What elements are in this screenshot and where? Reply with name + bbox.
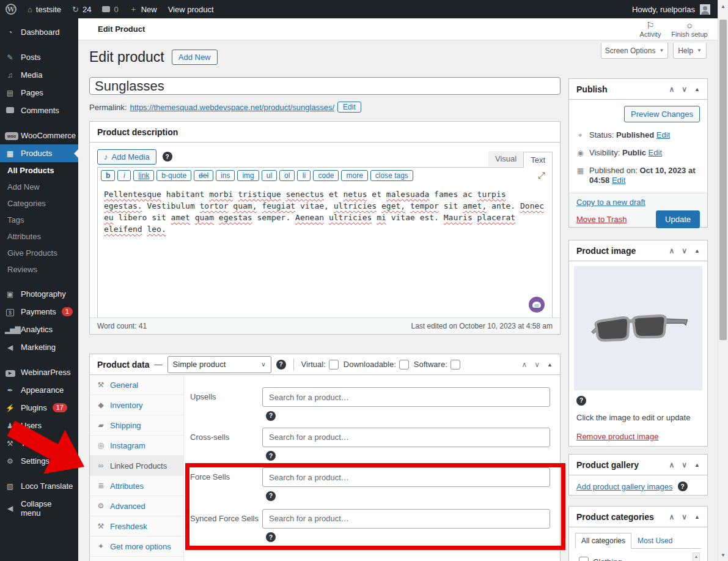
sidebar-item-posts[interactable]: ✎Posts	[0, 48, 78, 66]
move-down-icon[interactable]: ∨	[534, 360, 540, 369]
sidebar-item-payments[interactable]: $Payments1	[0, 303, 78, 321]
toggle-panel-icon[interactable]: ▲	[694, 86, 700, 92]
sidebar-item-webinarpress[interactable]: ▶WebinarPress	[0, 363, 78, 381]
most-used-tab[interactable]: Most Used	[631, 533, 678, 548]
finish-setup-button[interactable]: ○Finish setup	[670, 21, 709, 38]
submenu-categories[interactable]: Categories	[0, 195, 78, 212]
sidebar-item-plugins[interactable]: ⚡Plugins17	[0, 399, 78, 417]
sidebar-item-pages[interactable]: ▤Pages	[0, 84, 78, 102]
fullscreen-icon[interactable]: ⤢	[538, 170, 549, 181]
account-menu[interactable]: Howdy, ruelporlas	[632, 4, 718, 15]
view-product-link[interactable]: View product	[163, 0, 219, 18]
move-up-icon[interactable]: ∧	[669, 247, 674, 255]
sidebar-item-appearance[interactable]: ✒Appearance	[0, 381, 78, 399]
help-icon[interactable]: ?	[678, 481, 688, 491]
virtual-checkbox[interactable]	[329, 360, 339, 370]
software-checkbox[interactable]	[450, 360, 460, 370]
quicktag-italic-button[interactable]: i	[117, 170, 131, 181]
page-scrollbar[interactable]: ▲ ▼	[718, 0, 728, 561]
site-name-link[interactable]: ⌂testsite	[22, 0, 67, 18]
toggle-panel-icon[interactable]: ▲	[547, 362, 553, 368]
quicktag-ul-button[interactable]: ul	[262, 170, 277, 181]
move-up-icon[interactable]: ∧	[669, 461, 674, 469]
permalink-url-link[interactable]: https://themesquad.webdevspace.net/produ…	[130, 103, 334, 112]
synced-force-sells-search-input[interactable]	[262, 509, 550, 529]
add-new-button[interactable]: Add New	[172, 50, 218, 65]
quicktag-img-button[interactable]: img	[237, 170, 259, 181]
all-categories-tab[interactable]: All categories	[575, 533, 631, 549]
new-menu[interactable]: ＋New	[124, 0, 163, 18]
move-up-icon[interactable]: ∧	[521, 360, 527, 369]
remove-product-image-link[interactable]: Remove product image	[576, 432, 658, 441]
tab-get-more-options[interactable]: ✦Get more options	[90, 537, 183, 557]
clothing-checkbox[interactable]	[579, 557, 589, 561]
sidebar-item-analytics[interactable]: ▂▅▇Analytics	[0, 321, 78, 338]
submenu-all-products[interactable]: All Products	[0, 162, 78, 179]
sidebar-item-marketing[interactable]: ◀Marketing	[0, 338, 78, 356]
add-gallery-images-link[interactable]: Add product gallery images	[576, 482, 673, 491]
tab-advanced[interactable]: ⚙Advanced	[90, 496, 183, 516]
edit-status-link[interactable]: Edit	[656, 130, 670, 139]
quicktag-ol-button[interactable]: ol	[279, 170, 295, 181]
add-media-button[interactable]: ♪Add Media	[97, 149, 156, 165]
sidebar-item-dashboard[interactable]: ◔Dashboard	[0, 23, 78, 41]
permalink-edit-button[interactable]: Edit	[337, 102, 361, 113]
sidebar-item-tools[interactable]: ⚒Tools	[0, 434, 78, 452]
toggle-panel-icon[interactable]: ▲	[694, 514, 700, 520]
sidebar-item-photography[interactable]: ▣Photography	[0, 285, 78, 303]
toggle-panel-icon[interactable]: ▲	[694, 248, 700, 254]
sidebar-item-products[interactable]: ▦Products	[0, 144, 78, 162]
collapse-menu-button[interactable]: ◀Collapse menu	[0, 495, 78, 522]
help-icon[interactable]: ?	[266, 451, 276, 461]
tab-attributes[interactable]: ≣Attributes	[90, 476, 183, 496]
editor-content[interactable]: Pellentesque habitant morbi tristique se…	[98, 184, 552, 319]
quicktag-more-button[interactable]: more	[341, 170, 367, 181]
upsells-search-input[interactable]	[262, 387, 550, 407]
tab-freshdesk[interactable]: ⚒Freshdesk	[90, 516, 183, 537]
move-down-icon[interactable]: ∨	[682, 85, 687, 94]
quicktag-link-button[interactable]: link	[133, 170, 154, 181]
quicktag-li-button[interactable]: li	[297, 170, 311, 181]
quicktag-blockquote-button[interactable]: b-quote	[156, 170, 191, 181]
submenu-reviews[interactable]: Reviews	[0, 261, 78, 278]
help-icon[interactable]: ?	[576, 396, 586, 406]
copy-to-draft-link[interactable]: Copy to a new draft	[576, 198, 645, 207]
tab-inventory[interactable]: ◆Inventory	[90, 395, 183, 415]
submenu-attributes[interactable]: Attributes	[0, 228, 78, 245]
toggle-panel-icon[interactable]: ▲	[694, 462, 700, 468]
tab-shipping[interactable]: ▰Shipping	[90, 415, 183, 436]
product-type-select[interactable]: Simple product ∨	[167, 356, 271, 373]
preview-changes-button[interactable]: Preview Changes	[624, 106, 700, 122]
edit-visibility-link[interactable]: Edit	[649, 148, 662, 157]
tab-linked-products[interactable]: ∞Linked Products	[90, 456, 183, 476]
list-scroll-up-icon[interactable]: ▲	[693, 552, 700, 561]
move-up-icon[interactable]: ∧	[669, 85, 674, 94]
help-tab[interactable]: Help▼	[673, 43, 707, 59]
screen-options-tab[interactable]: Screen Options▼	[601, 43, 668, 59]
sidebar-item-loco-translate[interactable]: ▧Loco Translate	[0, 477, 78, 495]
help-icon[interactable]: ?	[266, 532, 276, 542]
help-icon[interactable]: ?	[266, 491, 276, 501]
tab-general[interactable]: ⚒General	[90, 375, 183, 395]
product-title-input[interactable]	[89, 77, 561, 95]
move-down-icon[interactable]: ∨	[682, 461, 687, 469]
scroll-down-icon[interactable]: ▼	[718, 550, 728, 560]
edit-published-link[interactable]: Edit	[612, 176, 625, 185]
quicktag-del-button[interactable]: del	[194, 170, 213, 181]
visual-tab[interactable]: Visual	[488, 151, 523, 166]
quicktag-bold-button[interactable]: b	[101, 170, 115, 181]
sidebar-item-settings[interactable]: ⚙Settings	[0, 452, 78, 470]
submenu-give-products[interactable]: Give Products	[0, 245, 78, 261]
downloadable-checkbox[interactable]	[399, 360, 409, 370]
submenu-tags[interactable]: Tags	[0, 212, 78, 228]
quicktag-code-button[interactable]: code	[313, 170, 339, 181]
move-down-icon[interactable]: ∨	[682, 247, 687, 255]
activity-button[interactable]: ⚐Activity	[631, 21, 670, 38]
cross-sells-search-input[interactable]	[262, 428, 550, 447]
move-to-trash-link[interactable]: Move to Trash	[576, 215, 627, 224]
grammarly-icon[interactable]	[529, 297, 545, 313]
updates-link[interactable]: ↻24	[67, 0, 97, 18]
move-up-icon[interactable]: ∧	[669, 513, 674, 521]
sidebar-item-users[interactable]: ♟Users	[0, 417, 78, 434]
move-down-icon[interactable]: ∨	[682, 513, 687, 521]
